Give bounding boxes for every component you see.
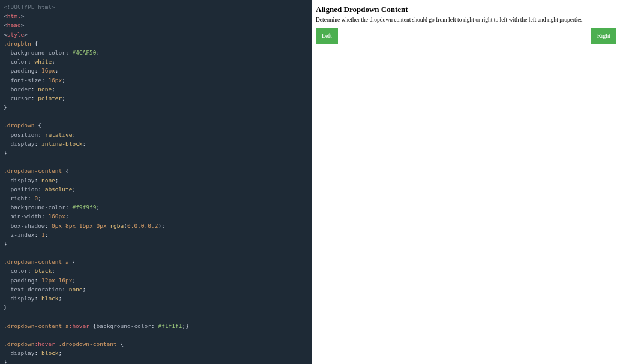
left-button[interactable]: Left	[316, 28, 338, 44]
preview-pane: Aligned Dropdown Content Determine wheth…	[312, 0, 620, 364]
dropdown-left[interactable]: Left	[316, 28, 338, 44]
tag-head-open: <head>	[4, 22, 24, 28]
sel-dca: .dropdown-content a	[4, 258, 69, 265]
sel-dropdown: .dropdown	[4, 122, 34, 128]
preview-heading: Aligned Dropdown Content	[316, 5, 616, 14]
right-button[interactable]: Right	[591, 28, 616, 44]
doctype: <!DOCTYPE html>	[4, 4, 55, 10]
sel-dropbtn: .dropbtn	[4, 40, 31, 47]
preview-paragraph: Determine whether the dropdown content s…	[316, 17, 616, 23]
tag-style-open: <style>	[4, 31, 28, 38]
code-editor-pane[interactable]: <!DOCTYPE html> <html> <head> <style> .d…	[0, 0, 312, 364]
dropdown-right[interactable]: Right	[591, 28, 616, 44]
sel-dc: .dropdown-content	[4, 167, 62, 174]
tag-html-open: <html>	[4, 13, 24, 19]
